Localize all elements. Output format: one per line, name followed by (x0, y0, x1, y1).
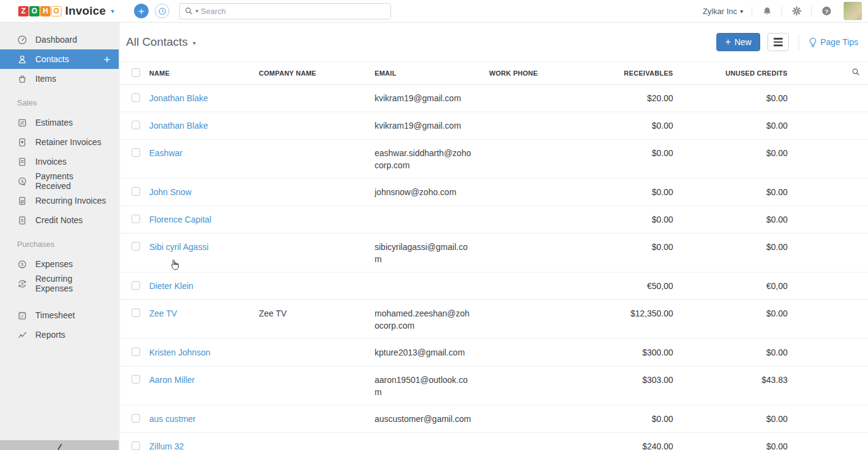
divider (811, 6, 812, 16)
column-header-unused-credits[interactable]: UNUSED CREDITS (677, 70, 790, 77)
sidebar-item-recurring-expenses[interactable]: $ Recurring Expenses + (0, 274, 119, 293)
row-checkbox[interactable] (132, 187, 140, 196)
sidebar-item-timesheet[interactable]: Timesheet + (0, 305, 119, 325)
column-header-company-name[interactable]: COMPANY NAME (259, 70, 375, 77)
sidebar-item-expenses[interactable]: $ Expenses + (0, 254, 119, 274)
main-content: All Contacts ▾ + New Page Tips (119, 23, 868, 450)
view-selector[interactable]: All Contacts ▾ (126, 35, 196, 49)
row-checkbox[interactable] (132, 348, 140, 356)
contact-name-link[interactable]: Aaron Miller (149, 375, 195, 385)
receivables-cell: $240.00 (601, 440, 677, 450)
table-row[interactable]: Jonathan Blake kvikram19@gmail.com $0.00… (120, 112, 868, 140)
contact-name-link[interactable]: Zillum 32 (149, 441, 184, 450)
table-row[interactable]: Sibi cyril Agassi sibicyrilagassi@gmail.… (120, 234, 868, 273)
help-icon: ? (821, 5, 832, 16)
quick-add-plus-icon[interactable]: + (104, 54, 110, 65)
product-name: Invoice (65, 4, 106, 18)
sidebar-item-label: Dashboard (35, 35, 77, 45)
new-contact-button[interactable]: + New (716, 33, 760, 51)
contact-name-link[interactable]: Jonathan Blake (149, 93, 208, 103)
row-checkbox[interactable] (132, 414, 140, 423)
contact-name-link[interactable]: Eashwar (149, 148, 182, 158)
row-checkbox[interactable] (132, 148, 140, 157)
row-checkbox[interactable] (132, 121, 140, 129)
unused-credits-cell: $0.00 (677, 92, 790, 104)
sidebar-item-label: Estimates (35, 118, 72, 127)
search-input[interactable] (201, 7, 386, 16)
user-avatar[interactable] (844, 2, 862, 20)
row-checkbox[interactable] (132, 441, 140, 450)
sidebar-item-label: Recurring Invoices (35, 196, 106, 205)
contact-name-link[interactable]: John Snow (149, 187, 191, 197)
select-all-checkbox[interactable] (132, 68, 140, 77)
column-header-work-phone[interactable]: WORK PHONE (489, 70, 601, 77)
contact-name-link[interactable]: Sibi cyril Agassi (149, 242, 208, 252)
column-header-email[interactable]: EMAIL (375, 70, 489, 77)
table-row[interactable]: Florence Capital $0.00 $0.00 (120, 206, 868, 234)
row-checkbox[interactable] (132, 242, 140, 251)
table-row[interactable]: John Snow johnsnow@zoho.com $0.00 $0.00 (120, 179, 868, 206)
row-checkbox[interactable] (132, 281, 140, 290)
table-row[interactable]: Eashwar eashwar.siddharth@zohocorp.com $… (120, 140, 868, 179)
contacts-table-body: Jonathan Blake kvikram19@gmail.com $20.0… (120, 85, 868, 450)
sidebar-collapse-button[interactable] (0, 440, 119, 450)
org-switcher[interactable]: Zylkar Inc ▾ (703, 7, 743, 16)
table-row[interactable]: Aaron Miller aaron19501@outlook.com $303… (120, 366, 868, 405)
sidebar-item-label: Retainer Invoices (35, 137, 101, 147)
chevron-down-icon[interactable]: ▾ (111, 7, 115, 15)
list-options-button[interactable] (767, 33, 789, 51)
contact-name-link[interactable]: Jonathan Blake (149, 121, 208, 130)
settings-button[interactable] (791, 5, 803, 17)
app-logo[interactable]: Z O H O Invoice ▾ (0, 4, 119, 18)
contact-name-link[interactable]: Kristen Johnson (149, 348, 210, 357)
column-header-receivables[interactable]: RECEIVABLES (601, 70, 677, 77)
sidebar-section-label: Sales (0, 88, 119, 113)
table-row[interactable]: Jonathan Blake kvikram19@gmail.com $20.0… (120, 85, 868, 112)
receivables-cell: $0.00 (601, 213, 677, 226)
sidebar-item-credit-notes[interactable]: $ Credit Notes + (0, 210, 119, 230)
contact-name-link[interactable]: Zee TV (149, 309, 177, 318)
column-header-name[interactable]: NAME (144, 70, 259, 77)
company-name-cell: Zee TV (259, 307, 375, 320)
sidebar-item-contacts[interactable]: Contacts + (0, 49, 119, 69)
contact-name-link[interactable]: aus custmer (149, 414, 196, 424)
sidebar-item-estimates[interactable]: Estimates + (0, 113, 119, 132)
table-row[interactable]: Zillum 32 $240.00 $0.00 (120, 433, 868, 450)
unused-credits-cell: $0.00 (677, 241, 790, 253)
svg-text:$: $ (21, 218, 24, 223)
zoho-logo: Z O H O (18, 6, 62, 16)
search-scope-caret-icon[interactable]: ▾ (196, 8, 199, 14)
recent-activity-button[interactable] (155, 4, 169, 18)
sidebar-item-reports[interactable]: Reports + (0, 325, 119, 345)
contact-name-link[interactable]: Dieter Klein (149, 281, 193, 291)
table-row[interactable]: Zee TV Zee TV mohamed.zeeshan@zohocorp.c… (120, 300, 868, 339)
search-icon (185, 7, 193, 15)
sidebar: Dashboard + Contacts + Items + Sales Est… (0, 23, 119, 450)
hamburger-icon (774, 38, 783, 39)
global-search[interactable]: ▾ (179, 3, 391, 20)
row-checkbox[interactable] (132, 375, 140, 384)
table-row[interactable]: Kristen Johnson kpture2013@gmail.com $30… (120, 339, 868, 366)
quick-create-button[interactable]: + (134, 4, 149, 18)
table-row[interactable]: aus custmer auscustomer@gamil.com $0.00 … (120, 405, 868, 433)
sidebar-item-invoices[interactable]: Invoices + (0, 152, 119, 171)
help-button[interactable]: ? (820, 5, 833, 17)
notifications-button[interactable] (761, 5, 773, 17)
page-tips-button[interactable]: Page Tips (809, 37, 861, 48)
row-checkbox[interactable] (132, 309, 140, 317)
table-row[interactable]: Dieter Klein €50,00 €0,00 (120, 273, 868, 300)
table-search-icon[interactable] (852, 68, 860, 76)
receivables-cell: $0.00 (601, 120, 677, 132)
sidebar-item-recurring-invoices[interactable]: Recurring Invoices + (0, 191, 119, 210)
logo-tile-h: H (40, 6, 51, 16)
contact-name-link[interactable]: Florence Capital (149, 215, 211, 224)
row-checkbox[interactable] (132, 93, 140, 102)
sidebar-item-label: Recurring Expenses (35, 274, 110, 293)
sidebar-item-items[interactable]: Items + (0, 69, 119, 88)
sidebar-item-payments-received[interactable]: $ Payments Received + (0, 171, 119, 191)
expenses-icon: $ (17, 259, 27, 270)
sidebar-item-retainer-invoices[interactable]: Retainer Invoices + (0, 132, 119, 152)
sidebar-item-dashboard[interactable]: Dashboard + (0, 30, 119, 49)
row-checkbox[interactable] (132, 215, 140, 223)
unused-credits-cell: $0.00 (677, 120, 790, 132)
